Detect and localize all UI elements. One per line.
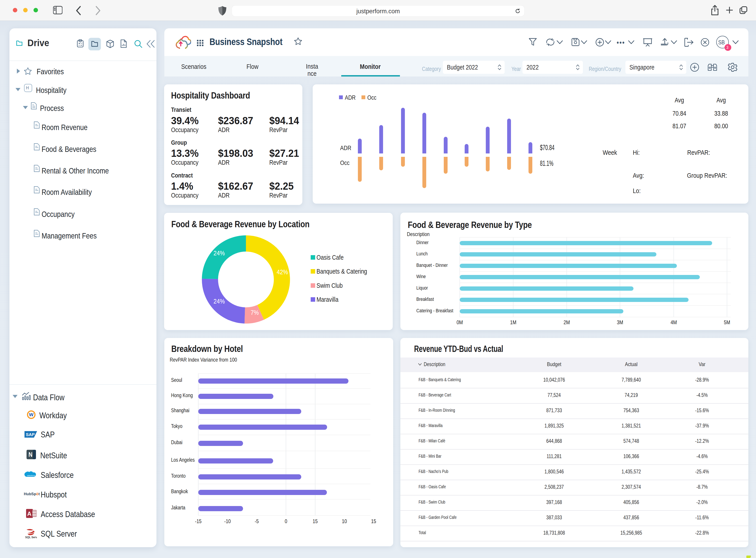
- svg-text:SAP: SAP: [26, 432, 35, 437]
- svg-text:salesforce: salesforce: [27, 475, 35, 477]
- svg-text:SQL Server: SQL Server: [25, 536, 37, 539]
- svg-text:A: A: [27, 510, 31, 517]
